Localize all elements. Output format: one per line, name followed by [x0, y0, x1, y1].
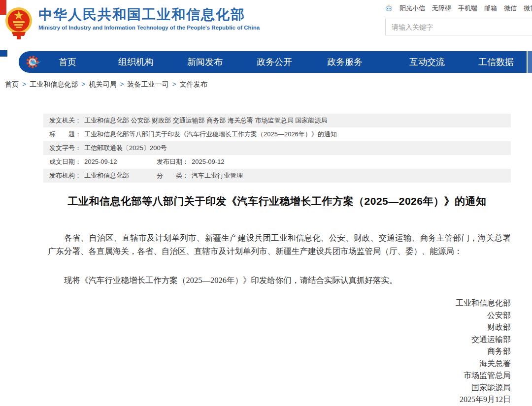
meta-label: 发布日期： — [157, 158, 189, 165]
meta-value: 2025-09-12 — [192, 158, 225, 165]
nav-item-home[interactable]: 首页 — [59, 51, 76, 73]
article-paragraph-addressees: 各省、自治区、直辖市及计划单列市、新疆生产建设兵团工业和信息化、公安、财政、交通… — [48, 231, 511, 258]
breadcrumb-separator: > — [22, 80, 26, 88]
nav-item-gov-services[interactable]: 政务服务 — [327, 51, 363, 73]
meta-row-doc-number: 发文字号：工信部联通装〔2025〕200号 — [43, 141, 511, 155]
link-accessibility[interactable]: 无障碍 — [432, 4, 451, 13]
gear-swirl-logo-icon — [26, 54, 45, 70]
meta-label: 成文日期： — [49, 158, 81, 165]
link-wechat[interactable]: 微信 — [504, 4, 517, 13]
article-paragraph-body: 现将《汽车行业稳增长工作方案（2025—2026年）》印发给你们，请结合实际认真… — [48, 274, 511, 287]
link-mobile[interactable]: 手机端 — [458, 4, 477, 13]
link-weibo[interactable]: 微博 — [524, 4, 532, 13]
breadcrumb-home[interactable]: 首页 — [5, 80, 19, 88]
nav-item-gov-disclosure[interactable]: 政务公开 — [257, 51, 292, 73]
page: 中华人民共和国工业和信息化部 Ministry of Industry and … — [0, 0, 532, 406]
breadcrumb-separator: > — [172, 80, 176, 88]
nav-right-segment — [527, 51, 532, 73]
meta-value: 汽车工业行业管理 — [192, 172, 243, 179]
breadcrumb-miit[interactable]: 工业和信息化部 — [30, 80, 78, 88]
site-title-en: Ministry of Industry and Information Tec… — [38, 25, 260, 31]
nav-item-organization[interactable]: 组织机构 — [118, 51, 154, 73]
meta-label: 发文机关： — [49, 117, 81, 124]
signature-energy: 国家能源局 — [48, 382, 511, 394]
breadcrumb: 首页>工业和信息化部>机关司局>装备工业一司>文件发布 — [5, 80, 207, 89]
meta-value: 工信部联通装〔2025〕200号 — [84, 144, 167, 152]
signature-customs: 海关总署 — [48, 358, 511, 370]
signature-commerce: 商务部 — [48, 345, 511, 358]
site-brand: 中华人民共和国工业和信息化部 Ministry of Industry and … — [38, 6, 260, 31]
meta-value: 2025-09-12 — [84, 158, 117, 165]
breadcrumb-departments[interactable]: 机关司局 — [89, 80, 116, 88]
nav-edge-stub — [0, 50, 7, 57]
breadcrumb-separator: > — [120, 80, 124, 88]
national-emblem-icon — [5, 3, 33, 39]
breadcrumb-document-release[interactable]: 文件发布 — [180, 80, 207, 88]
meta-row-issuing-agencies: 发文机关：工业和信息化部 公安部 财政部 交通运输部 商务部 海关总署 市场监管… — [43, 114, 511, 127]
signature-block: 工业和信息化部 公安部 财政部 交通运输部 商务部 海关总署 市场监管总局 国家… — [48, 297, 511, 406]
meta-label: 标 题： — [49, 130, 81, 138]
robot-mascot-icon — [385, 4, 393, 12]
signature-miit: 工业和信息化部 — [48, 297, 511, 310]
document-meta-table: 发文机关：工业和信息化部 公安部 财政部 交通运输部 商务部 海关总署 市场监管… — [43, 114, 511, 183]
nav-item-miit-data[interactable]: 工信数据 — [478, 51, 514, 73]
signature-market-regulation: 市场监管总局 — [48, 370, 511, 382]
nav-item-news[interactable]: 新闻发布 — [187, 51, 223, 73]
meta-label: 发文字号： — [49, 144, 81, 152]
meta-row-title: 标 题：工业和信息化部等八部门关于印发《汽车行业稳增长工作方案（2025—202… — [43, 127, 511, 141]
signature-date: 2025年9月12日 — [48, 394, 511, 406]
meta-label: 发布机构： — [49, 172, 81, 179]
meta-value: 工业和信息化部 — [84, 172, 129, 179]
link-mailbox[interactable]: 邮箱 — [484, 4, 497, 13]
nav-item-interaction[interactable]: 互动交流 — [409, 51, 445, 73]
meta-value: 工业和信息化部等八部门关于印发《汽车行业稳增长工作方案（2025—2026年）》… — [84, 130, 337, 138]
meta-label: 分 类： — [157, 172, 189, 179]
meta-value: 工业和信息化部 公安部 财政部 交通运输部 商务部 海关总署 市场监管总局 国家… — [84, 117, 327, 124]
signature-public-security: 公安部 — [48, 310, 511, 322]
link-yangguangxiaoxin[interactable]: 阳光小信 — [399, 4, 425, 13]
document-title: 工业和信息化部等八部门关于印发《汽车行业稳增长工作方案（2025—2026年）》… — [43, 194, 511, 208]
breadcrumb-separator: > — [81, 80, 85, 88]
utility-links: 阳光小信 无障碍 手机端 邮箱 微信 微博 R — [385, 4, 532, 13]
site-title-cn: 中华人民共和国工业和信息化部 — [38, 6, 260, 23]
search-bar — [385, 19, 532, 35]
meta-row-publisher-category: 发布机构：工业和信息化部 分 类：汽车工业行业管理 — [43, 169, 511, 183]
search-input[interactable] — [385, 19, 532, 35]
breadcrumb-equipment-dept[interactable]: 装备工业一司 — [128, 80, 169, 88]
meta-row-dates: 成文日期：2025-09-12 发布日期：2025-09-12 — [43, 155, 511, 169]
signature-finance: 财政部 — [48, 321, 511, 334]
signature-transport: 交通运输部 — [48, 334, 511, 346]
